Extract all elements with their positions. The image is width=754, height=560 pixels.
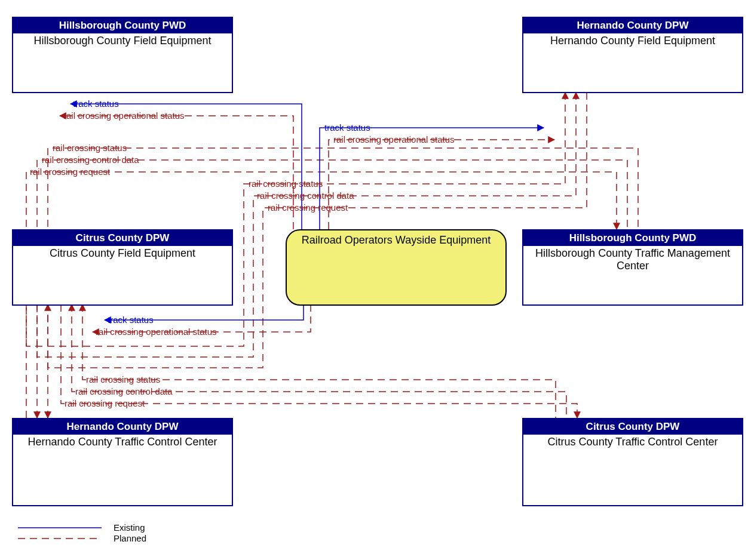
node-header: Hillsborough County PWD bbox=[523, 230, 742, 246]
flow-rail-op-status: rail crossing operational status bbox=[63, 110, 185, 121]
flow-rail-ctrl: rail crossing control data bbox=[257, 190, 354, 201]
legend-planned: Planned bbox=[114, 533, 146, 543]
flow-track-status: track status bbox=[108, 315, 154, 325]
flow-rail-ctrl: rail crossing control data bbox=[42, 155, 139, 165]
node-hillsborough-field-equipment[interactable]: Hillsborough County PWD Hillsborough Cou… bbox=[12, 17, 233, 93]
node-body: Citrus County Traffic Control Center bbox=[523, 435, 742, 450]
node-hillsborough-traffic-mgmt[interactable]: Hillsborough County PWD Hillsborough Cou… bbox=[522, 229, 743, 306]
flow-rail-status: rail crossing status bbox=[249, 179, 323, 189]
legend-existing: Existing bbox=[114, 522, 145, 533]
flow-rail-req: rail crossing request bbox=[268, 202, 348, 213]
node-header: Hillsborough County PWD bbox=[13, 18, 232, 33]
flow-rail-ctrl: rail crossing control data bbox=[75, 386, 173, 396]
flow-track-status: track status bbox=[324, 122, 370, 133]
node-header: Hernando County DPW bbox=[523, 18, 742, 33]
center-node-body: Railroad Operators Wayside Equipment bbox=[293, 234, 499, 247]
flow-rail-status: rail crossing status bbox=[53, 143, 127, 153]
flow-rail-req: rail crossing request bbox=[65, 398, 145, 408]
node-hernando-field-equipment[interactable]: Hernando County DPW Hernando County Fiel… bbox=[522, 17, 743, 93]
node-body: Hernando County Traffic Control Center bbox=[13, 435, 232, 450]
flow-rail-op-status: rail crossing operational status bbox=[333, 134, 455, 144]
flow-rail-status: rail crossing status bbox=[86, 374, 160, 384]
node-hernando-traffic-control[interactable]: Hernando County DPW Hernando County Traf… bbox=[12, 418, 233, 506]
node-body: Hillsborough County Field Equipment bbox=[13, 33, 232, 48]
flow-track-status: track status bbox=[73, 99, 119, 109]
node-header: Citrus County DPW bbox=[523, 419, 742, 435]
node-body: Citrus County Field Equipment bbox=[13, 246, 232, 261]
node-citrus-traffic-control[interactable]: Citrus County DPW Citrus County Traffic … bbox=[522, 418, 743, 506]
node-body: Hillsborough County Traffic Management C… bbox=[523, 246, 742, 273]
flow-rail-req: rail crossing request bbox=[30, 167, 110, 177]
node-header: Hernando County DPW bbox=[13, 419, 232, 435]
node-header: Citrus County DPW bbox=[13, 230, 232, 246]
flow-rail-op-status: rail crossing operational status bbox=[96, 327, 217, 337]
node-body: Hernando County Field Equipment bbox=[523, 33, 742, 48]
node-citrus-field-equipment[interactable]: Citrus County DPW Citrus County Field Eq… bbox=[12, 229, 233, 306]
node-railroad-wayside-equipment[interactable]: Railroad Operators Wayside Equipment bbox=[286, 229, 507, 306]
